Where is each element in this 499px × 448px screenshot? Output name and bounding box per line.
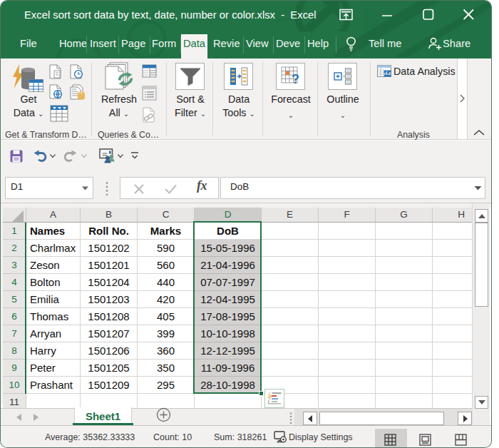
svg-text:?: ? xyxy=(292,72,299,86)
